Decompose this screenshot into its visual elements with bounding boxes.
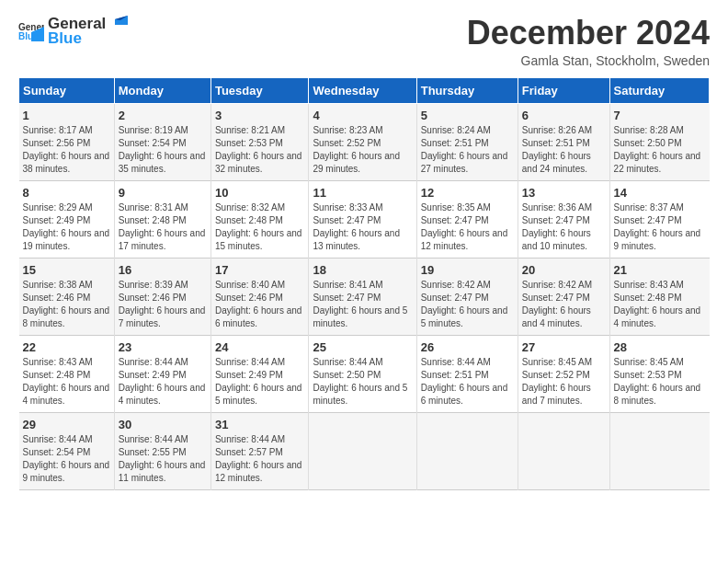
weekday-header-saturday: Saturday <box>609 77 709 103</box>
day-info: Sunrise: 8:45 AMSunset: 2:52 PMDaylight:… <box>522 356 606 408</box>
title-area: December 2024 Gamla Stan, Stockholm, Swe… <box>467 15 710 68</box>
week-row-4: 22Sunrise: 8:43 AMSunset: 2:48 PMDayligh… <box>19 335 710 412</box>
day-info: Sunrise: 8:39 AMSunset: 2:46 PMDaylight:… <box>119 279 207 330</box>
calendar-cell: 11Sunrise: 8:33 AMSunset: 2:47 PMDayligh… <box>309 180 416 258</box>
day-info: Sunrise: 8:35 AMSunset: 2:47 PMDaylight:… <box>421 201 514 253</box>
day-info: Sunrise: 8:17 AMSunset: 2:56 PMDaylight:… <box>23 124 110 176</box>
month-title: December 2024 <box>467 15 710 52</box>
week-row-2: 8Sunrise: 8:29 AMSunset: 2:49 PMDaylight… <box>19 180 710 258</box>
day-number: 23 <box>119 340 207 354</box>
day-number: 6 <box>522 109 606 122</box>
calendar-cell: 5Sunrise: 8:24 AMSunset: 2:51 PMDaylight… <box>416 103 518 180</box>
calendar-cell: 31Sunrise: 8:44 AMSunset: 2:57 PMDayligh… <box>210 412 309 489</box>
calendar-cell: 28Sunrise: 8:45 AMSunset: 2:53 PMDayligh… <box>609 335 709 412</box>
calendar-cell: 17Sunrise: 8:40 AMSunset: 2:46 PMDayligh… <box>210 258 309 335</box>
calendar-cell: 19Sunrise: 8:42 AMSunset: 2:47 PMDayligh… <box>416 258 518 335</box>
day-number: 31 <box>215 418 305 431</box>
calendar-cell: 3Sunrise: 8:21 AMSunset: 2:53 PMDaylight… <box>210 103 309 180</box>
day-number: 21 <box>614 263 706 277</box>
calendar-cell: 22Sunrise: 8:43 AMSunset: 2:48 PMDayligh… <box>19 335 115 412</box>
calendar-cell: 26Sunrise: 8:44 AMSunset: 2:51 PMDayligh… <box>416 335 518 412</box>
day-info: Sunrise: 8:44 AMSunset: 2:54 PMDaylight:… <box>23 433 110 485</box>
day-info: Sunrise: 8:43 AMSunset: 2:48 PMDaylight:… <box>614 279 706 330</box>
day-info: Sunrise: 8:36 AMSunset: 2:47 PMDaylight:… <box>522 201 606 253</box>
location-subtitle: Gamla Stan, Stockholm, Sweden <box>467 53 710 68</box>
day-info: Sunrise: 8:31 AMSunset: 2:48 PMDaylight:… <box>119 201 207 253</box>
day-number: 18 <box>313 263 412 277</box>
day-info: Sunrise: 8:42 AMSunset: 2:47 PMDaylight:… <box>421 279 514 330</box>
day-number: 15 <box>23 263 110 277</box>
calendar-cell: 27Sunrise: 8:45 AMSunset: 2:52 PMDayligh… <box>518 335 609 412</box>
weekday-header-thursday: Thursday <box>416 77 518 103</box>
day-number: 20 <box>522 263 606 277</box>
day-number: 8 <box>23 186 110 200</box>
day-number: 11 <box>313 186 412 200</box>
day-info: Sunrise: 8:23 AMSunset: 2:52 PMDaylight:… <box>313 124 412 176</box>
logo-icon: General Blue <box>18 21 44 41</box>
calendar-cell: 2Sunrise: 8:19 AMSunset: 2:54 PMDaylight… <box>114 103 210 180</box>
calendar-cell: 9Sunrise: 8:31 AMSunset: 2:48 PMDaylight… <box>114 180 210 258</box>
calendar-cell: 4Sunrise: 8:23 AMSunset: 2:52 PMDaylight… <box>309 103 416 180</box>
day-info: Sunrise: 8:43 AMSunset: 2:48 PMDaylight:… <box>23 356 110 408</box>
calendar-cell: 16Sunrise: 8:39 AMSunset: 2:46 PMDayligh… <box>114 258 210 335</box>
weekday-header-row: SundayMondayTuesdayWednesdayThursdayFrid… <box>19 77 710 103</box>
week-row-1: 1Sunrise: 8:17 AMSunset: 2:56 PMDaylight… <box>19 103 710 180</box>
day-number: 12 <box>421 186 514 200</box>
calendar-cell: 8Sunrise: 8:29 AMSunset: 2:49 PMDaylight… <box>19 180 115 258</box>
calendar-cell: 25Sunrise: 8:44 AMSunset: 2:50 PMDayligh… <box>309 335 416 412</box>
weekday-header-monday: Monday <box>114 77 210 103</box>
day-info: Sunrise: 8:42 AMSunset: 2:47 PMDaylight:… <box>522 279 606 330</box>
calendar-cell: 30Sunrise: 8:44 AMSunset: 2:55 PMDayligh… <box>114 412 210 489</box>
calendar-cell <box>416 412 518 489</box>
calendar-cell: 6Sunrise: 8:26 AMSunset: 2:51 PMDaylight… <box>518 103 609 180</box>
calendar-table: SundayMondayTuesdayWednesdayThursdayFrid… <box>18 77 710 490</box>
week-row-3: 15Sunrise: 8:38 AMSunset: 2:46 PMDayligh… <box>19 258 710 335</box>
day-number: 30 <box>119 418 207 431</box>
day-info: Sunrise: 8:44 AMSunset: 2:50 PMDaylight:… <box>313 356 412 408</box>
calendar-cell: 12Sunrise: 8:35 AMSunset: 2:47 PMDayligh… <box>416 180 518 258</box>
day-number: 24 <box>215 340 305 354</box>
calendar-cell <box>518 412 609 489</box>
svg-text:Blue: Blue <box>18 31 39 41</box>
day-number: 9 <box>119 186 207 200</box>
day-info: Sunrise: 8:44 AMSunset: 2:49 PMDaylight:… <box>215 356 305 408</box>
calendar-cell: 21Sunrise: 8:43 AMSunset: 2:48 PMDayligh… <box>609 258 709 335</box>
day-number: 5 <box>421 109 514 122</box>
day-number: 17 <box>215 263 305 277</box>
calendar-cell: 1Sunrise: 8:17 AMSunset: 2:56 PMDaylight… <box>19 103 115 180</box>
day-number: 25 <box>313 340 412 354</box>
header: General Blue General Blue December 2024 … <box>18 15 710 68</box>
day-info: Sunrise: 8:19 AMSunset: 2:54 PMDaylight:… <box>119 124 207 176</box>
day-info: Sunrise: 8:44 AMSunset: 2:51 PMDaylight:… <box>421 356 514 408</box>
day-info: Sunrise: 8:44 AMSunset: 2:57 PMDaylight:… <box>215 433 305 485</box>
calendar-cell: 15Sunrise: 8:38 AMSunset: 2:46 PMDayligh… <box>19 258 115 335</box>
weekday-header-wednesday: Wednesday <box>309 77 416 103</box>
day-number: 16 <box>119 263 207 277</box>
day-number: 28 <box>614 340 706 354</box>
day-number: 2 <box>119 109 207 122</box>
day-number: 1 <box>23 109 110 122</box>
day-info: Sunrise: 8:32 AMSunset: 2:48 PMDaylight:… <box>215 201 305 253</box>
day-info: Sunrise: 8:45 AMSunset: 2:53 PMDaylight:… <box>614 356 706 408</box>
day-info: Sunrise: 8:44 AMSunset: 2:55 PMDaylight:… <box>119 433 207 485</box>
day-number: 22 <box>23 340 110 354</box>
day-info: Sunrise: 8:41 AMSunset: 2:47 PMDaylight:… <box>313 279 412 330</box>
day-info: Sunrise: 8:44 AMSunset: 2:49 PMDaylight:… <box>119 356 207 408</box>
day-info: Sunrise: 8:29 AMSunset: 2:49 PMDaylight:… <box>23 201 110 253</box>
day-number: 27 <box>522 340 606 354</box>
weekday-header-sunday: Sunday <box>19 77 115 103</box>
svg-marker-3 <box>115 16 128 25</box>
day-info: Sunrise: 8:33 AMSunset: 2:47 PMDaylight:… <box>313 201 412 253</box>
calendar-cell <box>609 412 709 489</box>
day-info: Sunrise: 8:40 AMSunset: 2:46 PMDaylight:… <box>215 279 305 330</box>
day-number: 4 <box>313 109 412 122</box>
day-number: 19 <box>421 263 514 277</box>
day-info: Sunrise: 8:24 AMSunset: 2:51 PMDaylight:… <box>421 124 514 176</box>
weekday-header-friday: Friday <box>518 77 609 103</box>
calendar-cell: 18Sunrise: 8:41 AMSunset: 2:47 PMDayligh… <box>309 258 416 335</box>
week-row-5: 29Sunrise: 8:44 AMSunset: 2:54 PMDayligh… <box>19 412 710 489</box>
calendar-cell: 10Sunrise: 8:32 AMSunset: 2:48 PMDayligh… <box>210 180 309 258</box>
day-number: 13 <box>522 186 606 200</box>
calendar-cell: 29Sunrise: 8:44 AMSunset: 2:54 PMDayligh… <box>19 412 115 489</box>
day-number: 14 <box>614 186 706 200</box>
